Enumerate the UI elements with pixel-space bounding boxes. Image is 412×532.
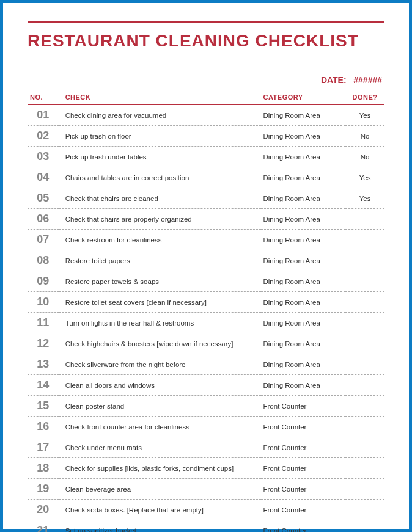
table-body: 01Check dining area for vacuumedDining R… <box>28 105 384 533</box>
cell-category: Dining Room Area <box>261 271 346 292</box>
table-row: 17Check under menu matsFront Counter <box>28 437 384 458</box>
cell-done <box>345 292 384 313</box>
cell-done <box>345 375 384 396</box>
cell-no: 13 <box>28 354 59 375</box>
cell-done <box>345 520 384 533</box>
cell-check: Check dining area for vacuumed <box>59 105 260 126</box>
cell-category: Dining Room Area <box>261 126 346 147</box>
table-row: 01Check dining area for vacuumedDining R… <box>28 105 384 126</box>
cell-no: 15 <box>28 396 59 417</box>
table-row: 05Check that chairs are cleanedDining Ro… <box>28 188 384 209</box>
cell-category: Dining Room Area <box>261 230 346 250</box>
header-category: CATEGORY <box>261 90 346 105</box>
cell-no: 20 <box>28 500 59 520</box>
cell-check: Check restroom for cleanliness <box>59 230 260 250</box>
cell-check: Clean poster stand <box>59 396 260 417</box>
cell-no: 19 <box>28 479 59 500</box>
table-row: 20Check soda boxes. [Replace that are em… <box>28 500 384 520</box>
cell-check: Set up sanitizer bucket <box>59 520 260 533</box>
header-check: CHECK <box>59 90 260 105</box>
cell-category: Dining Room Area <box>261 292 346 313</box>
table-row: 09Restore paper towels & soapsDining Roo… <box>28 271 384 292</box>
cell-done: No <box>345 126 384 147</box>
cell-no: 16 <box>28 417 59 437</box>
cell-check: Check that chairs are properly organized <box>59 209 260 230</box>
table-header-row: NO. CHECK CATEGORY DONE? <box>28 90 384 105</box>
cell-done <box>345 437 384 458</box>
cell-done <box>345 458 384 479</box>
cell-category: Dining Room Area <box>261 333 346 354</box>
cell-category: Front Counter <box>261 417 346 437</box>
cell-check: Check highchairs & boosters [wipe down i… <box>59 333 260 354</box>
cell-no: 03 <box>28 147 59 167</box>
checklist-table: NO. CHECK CATEGORY DONE? 01Check dining … <box>28 90 384 532</box>
cell-category: Dining Room Area <box>261 354 346 375</box>
table-row: 02Pick up trash on floorDining Room Area… <box>28 126 384 147</box>
cell-category: Front Counter <box>261 500 346 520</box>
cell-done: Yes <box>345 188 384 209</box>
cell-check: Check for supplies [lids, plastic forks,… <box>59 458 260 479</box>
table-row: 10Restore toilet seat covers [clean if n… <box>28 292 384 313</box>
document-page: RESTAURANT CLEANING CHECKLIST DATE: ####… <box>0 0 412 532</box>
table-row: 16Check front counter area for cleanline… <box>28 417 384 437</box>
cell-no: 18 <box>28 458 59 479</box>
table-row: 12Check highchairs & boosters [wipe down… <box>28 333 384 354</box>
cell-category: Dining Room Area <box>261 188 346 209</box>
cell-done <box>345 271 384 292</box>
cell-no: 21 <box>28 520 59 533</box>
cell-category: Front Counter <box>261 396 346 417</box>
header-no: NO. <box>28 90 59 105</box>
header-done: DONE? <box>345 90 384 105</box>
table-row: 11Turn on lights in the rear hall & rest… <box>28 313 384 333</box>
cell-category: Front Counter <box>261 458 346 479</box>
cell-no: 04 <box>28 167 59 188</box>
cell-category: Front Counter <box>261 479 346 500</box>
cell-done <box>345 333 384 354</box>
cell-category: Dining Room Area <box>261 147 346 167</box>
cell-no: 08 <box>28 250 59 271</box>
cell-no: 09 <box>28 271 59 292</box>
cell-no: 10 <box>28 292 59 313</box>
cell-done: Yes <box>345 167 384 188</box>
cell-done <box>345 500 384 520</box>
table-row: 13Check silverware from the night before… <box>28 354 384 375</box>
cell-no: 07 <box>28 230 59 250</box>
cell-check: Clean all doors and windows <box>59 375 260 396</box>
table-row: 15Clean poster standFront Counter <box>28 396 384 417</box>
date-line: DATE: ###### <box>28 75 384 85</box>
cell-check: Chairs and tables are in correct positio… <box>59 167 260 188</box>
table-row: 08Restore toilet papersDining Room Area <box>28 250 384 271</box>
cell-done: Yes <box>345 105 384 126</box>
cell-no: 12 <box>28 333 59 354</box>
cell-no: 02 <box>28 126 59 147</box>
cell-check: Restore paper towels & soaps <box>59 271 260 292</box>
cell-done: No <box>345 147 384 167</box>
page-title: RESTAURANT CLEANING CHECKLIST <box>28 31 384 51</box>
cell-done <box>345 250 384 271</box>
table-row: 03Pick up trash under tablesDining Room … <box>28 147 384 167</box>
table-row: 19Clean beverage areaFront Counter <box>28 479 384 500</box>
cell-no: 01 <box>28 105 59 126</box>
cell-category: Dining Room Area <box>261 250 346 271</box>
cell-check: Restore toilet seat covers [clean if nec… <box>59 292 260 313</box>
cell-done <box>345 479 384 500</box>
cell-check: Turn on lights in the rear hall & restro… <box>59 313 260 333</box>
cell-no: 14 <box>28 375 59 396</box>
cell-done <box>345 230 384 250</box>
cell-check: Pick up trash on floor <box>59 126 260 147</box>
cell-no: 11 <box>28 313 59 333</box>
cell-no: 17 <box>28 437 59 458</box>
cell-no: 06 <box>28 209 59 230</box>
cell-check: Check front counter area for cleanliness <box>59 417 260 437</box>
cell-check: Check that chairs are cleaned <box>59 188 260 209</box>
cell-check: Clean beverage area <box>59 479 260 500</box>
cell-category: Dining Room Area <box>261 209 346 230</box>
cell-category: Dining Room Area <box>261 313 346 333</box>
table-row: 04Chairs and tables are in correct posit… <box>28 167 384 188</box>
cell-done <box>345 313 384 333</box>
date-label: DATE: <box>321 75 347 85</box>
cell-check: Pick up trash under tables <box>59 147 260 167</box>
cell-done <box>345 209 384 230</box>
table-row: 07Check restroom for cleanlinessDining R… <box>28 230 384 250</box>
cell-category: Dining Room Area <box>261 105 346 126</box>
